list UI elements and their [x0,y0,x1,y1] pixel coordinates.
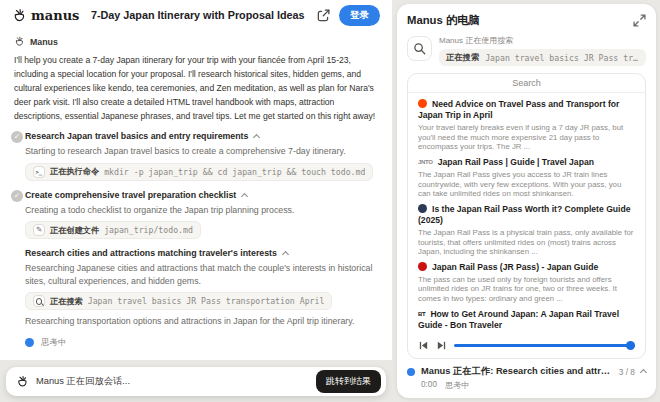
thinking-dot-icon [25,338,34,347]
site-favicon-icon: BT [418,309,425,320]
agent-row: Manus [14,36,378,47]
progress-counter: 3 / 8 [619,367,635,377]
site-favicon-icon: JNTO [418,157,433,168]
result-snippet: The pass can be used only by foreign tou… [418,275,635,304]
task-section: Research cities and attractions matching… [14,248,378,328]
manus-brand[interactable]: manus [12,8,79,23]
footer-meta-row: 0:00 思考中 [407,380,646,391]
chat-panel: manus 7-Day Japan Itinerary with Proposa… [0,0,392,402]
action-chip-icon [33,224,45,236]
result-title: Japan Rail Pass (JR Pass) - Japan Guide [432,262,598,272]
task-header[interactable]: Create comprehensive travel preparation … [25,190,378,200]
task-title: Research cities and attractions matching… [25,248,277,258]
footer-thinking-label: 思考中 [445,380,470,391]
result-title: Japan Rail Pass | Guide | Travel Japan [438,157,594,167]
top-header: manus 7-Day Japan Itinerary with Proposa… [0,0,392,30]
slider-handle-icon[interactable] [626,341,635,350]
task-description: Researching Japanese cities and attracti… [25,262,378,287]
manus-logo-icon [12,8,27,23]
result-title: Need Advice on Travel Pass and Transport… [418,99,619,120]
playback-bar-area: Manus 正在回放会话... 跳转到结果 [0,360,392,402]
result-title-row: Need Advice on Travel Pass and Transport… [418,99,635,121]
chevron-up-icon [253,134,260,141]
playback-bar: Manus 正在回放会话... 跳转到结果 [6,367,386,396]
chat-scroll-area[interactable]: manus 7-Day Japan Itinerary with Proposa… [0,0,392,360]
working-status: Manus 正在工作: Research cities and attracti… [421,365,613,378]
chevron-up-icon [282,251,289,258]
task-sections: Research Japan travel basics and entry r… [14,131,378,328]
result-title-row: Japan Rail Pass (JR Pass) - Japan Guide [418,262,635,273]
playback-status: Manus 正在回放会话... [36,375,309,388]
action-chip-label: 正在创建文件 [50,225,99,236]
result-snippet: The Japan Rail Pass gives you access to … [418,170,635,199]
action-chip[interactable]: 正在创建文件 japan_trip/todo.md [25,221,201,239]
brand-wordmark: manus [31,8,79,23]
tool-action-label: 正在搜索 [446,52,479,63]
intro-message: I'll help you create a 7-day Japan itine… [14,53,378,123]
tool-action-bar: 正在搜索 Japan travel basics JR Pass transpo… [439,49,646,66]
playback-slider[interactable] [454,341,635,350]
result-title: How to Get Around Japan: A Japan Rail Tr… [418,309,619,331]
task-description: Creating a todo checklist to organize th… [25,204,378,217]
action-chip-label: 正在执行命令 [50,166,99,177]
search-results-list[interactable]: Need Advice on Travel Pass and Transport… [408,93,645,335]
share-icon[interactable] [316,8,331,23]
thinking-label: 思考中 [41,337,67,349]
task-description: Starting to research Japan travel basics… [25,145,378,158]
action-chip-value: japan_trip/todo.md [104,225,193,235]
site-favicon-icon [418,99,427,108]
task-description-secondary: Researching transportation options and a… [25,315,378,328]
thinking-status: 思考中 [14,337,378,349]
login-button[interactable]: 登录 [339,5,380,26]
action-chip-label: 正在搜索 [50,296,83,307]
computer-title: Manus 的电脑 [407,13,480,28]
skip-back-icon[interactable] [418,340,429,351]
action-chip-value: Japan travel basics JR Pass transportati… [88,296,325,306]
chevron-up-icon [241,193,248,200]
replay-controls [408,335,645,358]
action-chip-value: mkdir -p japan_trip && cd japan_trip && … [104,167,365,177]
result-snippet: Your travel barely breaks even if using … [418,123,635,152]
working-dot-icon [407,368,415,376]
result-title-row: BTHow to Get Around Japan: A Japan Rail … [418,309,635,332]
tool-query-text: Japan travel basics JR Pass transportati… [485,53,639,63]
search-result[interactable]: Japan Rail Pass (JR Pass) - Japan Guide … [418,262,635,304]
app-root: manus 7-Day Japan Itinerary with Proposa… [0,0,660,402]
result-title-row: JNTOJapan Rail Pass | Guide | Travel Jap… [418,157,635,169]
tool-info: Manus 正在使用搜索 正在搜索 Japan travel basics JR… [439,35,646,66]
action-chip[interactable]: 正在搜索 Japan travel basics JR Pass transpo… [25,292,332,310]
check-icon [11,131,23,143]
manus-avatar-icon [14,36,25,47]
task-title: Create comprehensive travel preparation … [25,190,236,200]
slider-track [454,344,635,347]
computer-panel-area: Manus 的电脑 Manus 正在使用搜索 正在搜索 [392,0,660,402]
expand-icon[interactable] [633,14,646,27]
search-result[interactable]: JNTOJapan Rail Pass | Guide | Travel Jap… [418,157,635,199]
search-result[interactable]: Is the Japan Rail Pass Worth it? Complet… [418,204,635,257]
result-title: Is the Japan Rail Pass Worth it? Complet… [418,204,631,225]
action-chip-icon [33,295,45,307]
working-status-row[interactable]: Manus 正在工作: Research cities and attracti… [407,365,646,378]
agent-name: Manus [30,37,58,47]
computer-header: Manus 的电脑 [407,13,646,28]
skip-forward-icon[interactable] [436,340,447,351]
task-section: Research Japan travel basics and entry r… [14,131,378,182]
chevron-up-icon[interactable] [640,369,647,376]
manus-logo-icon [16,375,29,388]
tool-usage-row: Manus 正在使用搜索 正在搜索 Japan travel basics JR… [407,35,646,66]
task-header[interactable]: Research Japan travel basics and entry r… [25,131,378,141]
site-favicon-icon [418,204,427,213]
search-result[interactable]: BTHow to Get Around Japan: A Japan Rail … [418,309,635,335]
search-results-window: Search Need Advice on Travel Pass and Tr… [407,73,646,359]
search-tab: Search [408,74,645,93]
search-tool-icon [407,36,432,61]
task-section: Create comprehensive travel preparation … [14,190,378,241]
computer-footer: Manus 正在工作: Research cities and attracti… [407,365,646,391]
tool-usage-label: Manus 正在使用搜索 [439,35,646,46]
jump-to-result-button[interactable]: 跳转到结果 [316,370,381,393]
result-title-row: Is the Japan Rail Pass Worth it? Complet… [418,204,635,226]
action-chip[interactable]: 正在执行命令 mkdir -p japan_trip && cd japan_t… [25,163,373,181]
search-result[interactable]: Need Advice on Travel Pass and Transport… [418,99,635,152]
action-chip-icon [33,166,45,178]
task-header[interactable]: Research cities and attractions matching… [25,248,378,258]
